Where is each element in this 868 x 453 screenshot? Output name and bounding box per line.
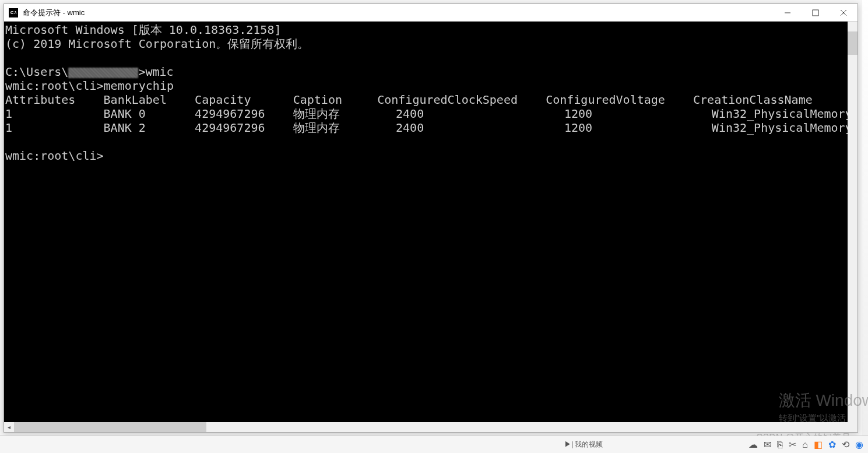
banner-line2: (c) 2019 Microsoft Corporation。保留所有权利。	[5, 37, 309, 51]
taskbar-icon[interactable]: ☁	[748, 439, 758, 450]
page-right-edge	[862, 0, 868, 453]
horizontal-scrollbar[interactable]: ◂	[4, 422, 858, 432]
prompt1-pre: C:\Users\	[5, 65, 68, 79]
titlebar[interactable]: C:\ 命令提示符 - wmic	[4, 4, 858, 22]
terminal-content[interactable]: Microsoft Windows [版本 10.0.18363.2158] (…	[4, 22, 848, 422]
minimize-icon	[784, 9, 791, 16]
close-button[interactable]	[830, 4, 858, 22]
table-header-row: Attributes BankLabel Capacity Caption Co…	[5, 93, 848, 107]
taskbar-icon[interactable]: ⎘	[777, 440, 783, 450]
prompt3: wmic:root\cli>	[5, 149, 104, 163]
watermark-line2: 转到"设置"以激活	[779, 413, 868, 424]
banner-line1: Microsoft Windows [版本 10.0.18363.2158]	[5, 23, 281, 37]
taskbar-fragment: ▶| 我的视频 ☁ ✉ ⎘ ✂ ⌂ ◧ ✿ ⟲ ◉	[0, 436, 868, 453]
taskbar-icon[interactable]: ✂	[789, 439, 796, 450]
taskbar-icon[interactable]: ⟲	[842, 439, 849, 450]
cmd-window: C:\ 命令提示符 - wmic Microsoft Windows [版本 1…	[3, 3, 858, 433]
scroll-left-button[interactable]: ◂	[4, 422, 14, 432]
svg-rect-1	[813, 10, 818, 16]
redacted-username	[68, 68, 138, 78]
maximize-button[interactable]	[802, 4, 830, 22]
table-row: 1 BANK 2 4294967296 物理内存 2400 1200 Win32…	[5, 121, 848, 135]
taskbar-icon[interactable]: ◉	[855, 439, 863, 450]
vertical-scrollbar-thumb[interactable]	[848, 31, 858, 55]
window-title: 命令提示符 - wmic	[23, 8, 85, 18]
cmd-app-icon: C:\	[9, 8, 18, 17]
terminal-area: Microsoft Windows [版本 10.0.18363.2158] (…	[4, 22, 858, 432]
taskbar-icon[interactable]: ✿	[828, 439, 836, 450]
prompt2: wmic:root\cli>memorychip	[5, 79, 174, 93]
taskbar-icon[interactable]: ◧	[814, 439, 823, 450]
taskbar-icon[interactable]: ✉	[764, 439, 771, 450]
activate-windows-watermark: 激活 Window 转到"设置"以激活	[779, 389, 868, 424]
vertical-scrollbar[interactable]	[848, 22, 858, 422]
prompt1-post: >wmic	[138, 65, 173, 79]
close-icon	[840, 9, 847, 16]
taskbar-label[interactable]: ▶| 我的视频	[564, 440, 603, 450]
horizontal-scrollbar-thumb[interactable]	[14, 422, 206, 432]
taskbar-icon[interactable]: ⌂	[802, 440, 808, 450]
watermark-line1: 激活 Window	[779, 389, 868, 412]
minimize-button[interactable]	[774, 4, 802, 22]
maximize-icon	[812, 9, 819, 16]
table-row: 1 BANK 0 4294967296 物理内存 2400 1200 Win32…	[5, 107, 848, 121]
